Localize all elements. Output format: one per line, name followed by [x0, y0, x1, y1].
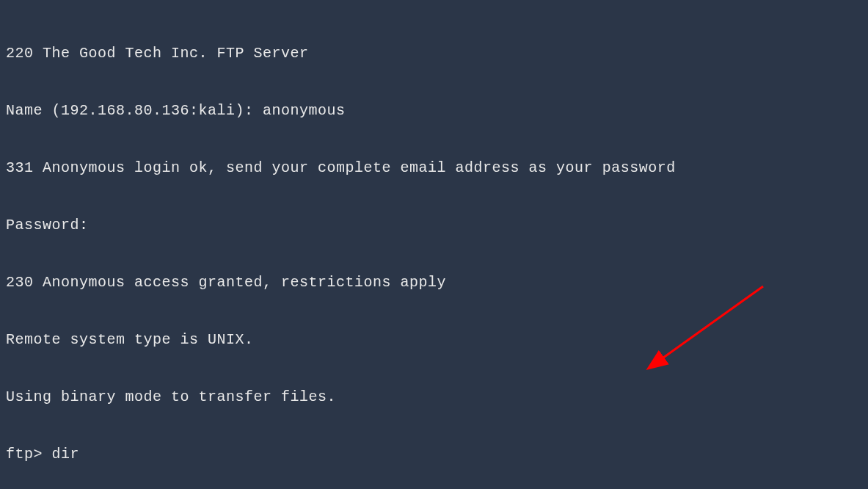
terminal-line: Using binary mode to transfer files.: [6, 388, 862, 407]
terminal-line: 230 Anonymous access granted, restrictio…: [6, 273, 862, 292]
terminal-line: Remote system type is UNIX.: [6, 330, 862, 349]
terminal-line: Name (192.168.80.136:kali): anonymous: [6, 101, 862, 120]
terminal-line: 331 Anonymous login ok, send your comple…: [6, 159, 862, 178]
terminal-line: 220 The Good Tech Inc. FTP Server: [6, 44, 862, 63]
terminal-output[interactable]: 220 The Good Tech Inc. FTP Server Name (…: [6, 6, 862, 489]
terminal-line: Password:: [6, 216, 862, 235]
terminal-line: ftp> dir: [6, 445, 862, 464]
